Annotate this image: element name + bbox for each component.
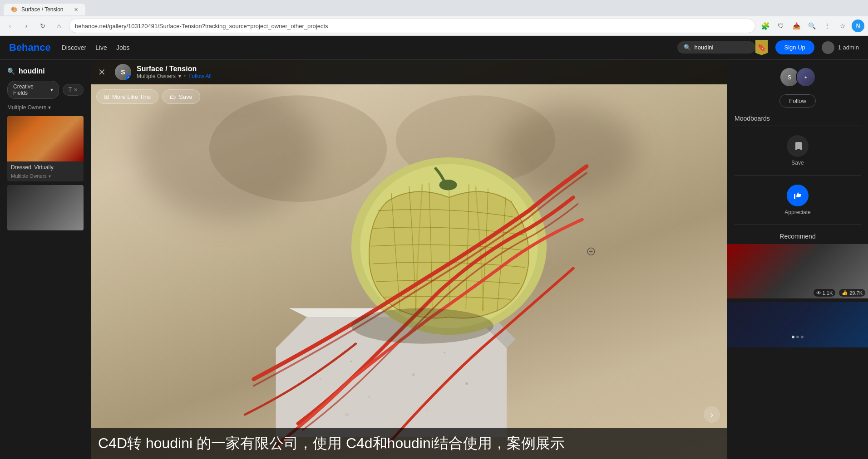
svg-point-8 (319, 378, 321, 380)
right-thumb-2[interactable] (727, 302, 868, 347)
sidebar-save-label: Save (791, 160, 804, 166)
follow-all-link[interactable]: Follow All (188, 73, 212, 79)
filter-label: Creative Fields (13, 83, 49, 96)
tab-close-btn[interactable]: ✕ (74, 7, 78, 13)
svg-point-11 (426, 409, 428, 411)
sidebar-appreciate-action[interactable]: Appreciate (727, 179, 868, 221)
behance-search[interactable]: 🔍 (677, 41, 755, 54)
thumbnail-label-1: Dressed. Virtually. (7, 161, 84, 173)
owner-dropdown[interactable]: ▾ (178, 73, 181, 79)
svg-point-15 (439, 180, 457, 190)
thumbnail-img-2 (7, 185, 84, 230)
right-sidebar-top: S + Follow (727, 60, 868, 115)
filter-arrow: ▾ (50, 87, 53, 93)
sidebar-save-icon (787, 135, 809, 157)
sidebar-divider-3 (735, 225, 861, 225)
next-arrow[interactable]: › (704, 406, 720, 423)
svg-point-14 (351, 308, 493, 344)
nav-discover[interactable]: Discover (62, 44, 86, 51)
nav-live[interactable]: Live (95, 44, 107, 51)
sidebar-appreciate-icon (787, 185, 809, 206)
more-like-this-btn[interactable]: ⊞ More Like This (96, 89, 158, 104)
signup-btn[interactable]: Sign Up (775, 40, 814, 54)
stat1-value: 1.1K (823, 290, 833, 296)
zoom-btn[interactable]: 🔍 (805, 20, 818, 32)
stat2-value: 29.7K (849, 290, 863, 296)
owner-text: Multiple Owners (7, 104, 46, 111)
page-container: Behance Discover Live Jobs 🔍 🔖 Sign Up 1… (0, 35, 868, 459)
star-btn[interactable]: ☆ (836, 20, 849, 32)
main-overlay: ✕ S + Surface / Tension Multiple Owners … (91, 60, 727, 459)
browser-tab[interactable]: 🎨 Surface / Tension ✕ (4, 4, 85, 15)
sidebar-divider-1 (735, 126, 861, 126)
tab-favicon: 🎨 (11, 6, 18, 13)
tab-title: Surface / Tension (21, 6, 64, 13)
back-btn[interactable]: ‹ (4, 20, 16, 32)
recommend-label[interactable]: Recommend (779, 233, 815, 240)
sidebar-avatars: S + (779, 67, 816, 87)
profile-avatar[interactable]: N (852, 20, 864, 32)
project-title: Surface / Tension (137, 65, 720, 73)
project-header: ✕ S + Surface / Tension Multiple Owners … (91, 60, 727, 84)
header-user-label: 1 admin (838, 44, 859, 51)
thumb-art-dressed-virtually (7, 116, 84, 161)
bookmark-btn[interactable]: 🔖 (755, 40, 768, 55)
nav-jobs[interactable]: Jobs (116, 44, 130, 51)
nav-bar: ‹ › ↻ ⌂ behance.net/gallery/103120491/Su… (0, 16, 868, 35)
close-btn[interactable]: ✕ (98, 67, 106, 78)
behance-header: Behance Discover Live Jobs 🔍 🔖 Sign Up 1… (0, 35, 868, 60)
search-icon-sidebar: 🔍 (7, 68, 15, 75)
plus-badge: + (126, 75, 131, 80)
project-info: Surface / Tension Multiple Owners ▾ • Fo… (137, 65, 720, 79)
extensions-btn[interactable]: 🧩 (759, 20, 772, 32)
address-bar[interactable]: behance.net/gallery/103120491/Surface-Te… (69, 19, 755, 33)
t-filter-label: T (69, 87, 72, 93)
thumbnail-sub-1: Multiple Owners ▾ (7, 173, 84, 181)
rthumb-dots (792, 336, 804, 338)
browser-chrome: 🎨 Surface / Tension ✕ ‹ › ↻ ⌂ behance.ne… (0, 0, 868, 36)
thumbnail-card-2[interactable] (7, 185, 84, 230)
svg-point-5 (412, 373, 415, 376)
thumbnail-card-1[interactable]: Dressed. Virtually. Multiple Owners ▾ (7, 116, 84, 181)
t-filter[interactable]: T ✕ (63, 84, 84, 96)
watermark-text: C4D转 houdini 的一家有限公司，使用 C4d和houdini结合使用，… (91, 428, 727, 459)
dot-1 (792, 336, 794, 338)
main-image: C4D转 houdini 的一家有限公司，使用 C4d和houdini结合使用，… (91, 60, 727, 459)
settings-btn[interactable]: ⋮ (821, 20, 833, 32)
dot-3 (801, 336, 804, 338)
browser-actions: 🧩 🛡 📥 🔍 ⋮ ☆ N (759, 20, 864, 32)
tab-bar: 🎨 Surface / Tension ✕ (0, 0, 868, 16)
sidebar-save-action[interactable]: Save (727, 130, 868, 171)
save-project-btn[interactable]: 🗁 Save (162, 89, 200, 104)
behance-logo[interactable]: Behance (9, 42, 51, 54)
pocket-btn[interactable]: 📥 (790, 20, 803, 32)
more-like-this-icon: ⊞ (104, 93, 109, 100)
search-input[interactable] (695, 44, 749, 51)
t-filter-close[interactable]: ✕ (74, 87, 78, 93)
dot-2 (796, 336, 799, 338)
search-label: 🔍 houdini (7, 67, 84, 75)
owner-name-text: Multiple Owners (137, 73, 176, 79)
sidebar-follow-btn[interactable]: Follow (779, 94, 816, 107)
svg-point-9 (465, 382, 468, 385)
search-icon: 🔍 (684, 44, 691, 51)
reload-btn[interactable]: ↻ (36, 20, 49, 32)
moodboards-label[interactable]: Moodboards (735, 115, 770, 122)
stat1-icon: 👁 (816, 290, 821, 296)
url-text: behance.net/gallery/103120491/Surface-Te… (75, 23, 328, 29)
right-thumb-1[interactable]: 👁 1.1K 👍 29.7K (727, 244, 868, 298)
right-sidebar: S + Follow Moodboards Save (727, 60, 868, 459)
next-arrow-icon: › (710, 410, 713, 420)
project-owner-name: Multiple Owners ▾ • Follow All (137, 73, 720, 79)
owner-arrow: ▾ (48, 104, 51, 111)
creative-fields-filter[interactable]: Creative Fields ▾ (7, 81, 59, 99)
forward-btn[interactable]: › (20, 20, 33, 32)
bitwarden-btn[interactable]: 🛡 (774, 20, 787, 32)
header-user: 1 admin (822, 41, 859, 54)
home-btn[interactable]: ⌂ (53, 20, 65, 32)
stat-badge-2: 👍 29.7K (839, 289, 865, 297)
owner-label: Multiple Owners ▾ (7, 104, 84, 111)
svg-point-10 (345, 413, 349, 416)
header-avatar (822, 41, 834, 54)
svg-point-0 (209, 95, 387, 202)
